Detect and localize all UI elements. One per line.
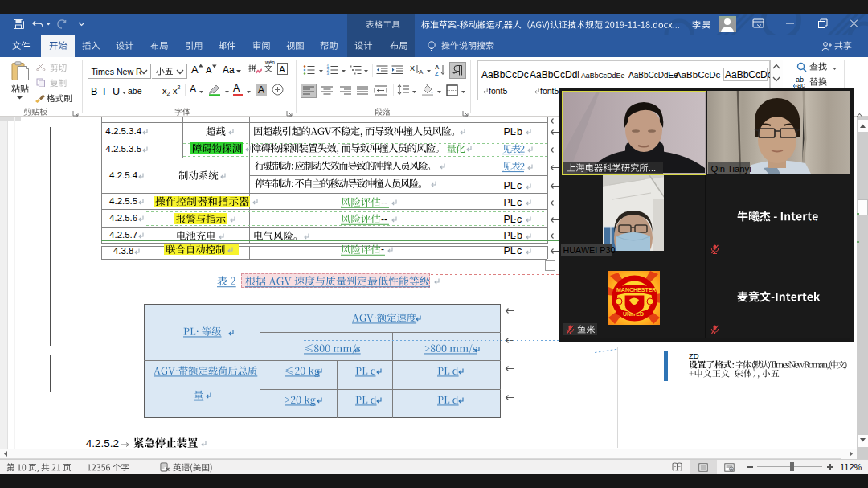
svg-text:A: A — [419, 68, 424, 75]
svg-text:3: 3 — [327, 72, 330, 76]
svg-text:Z: Z — [435, 70, 439, 76]
svg-text:MANCHESTER: MANCHESTER — [616, 287, 656, 293]
